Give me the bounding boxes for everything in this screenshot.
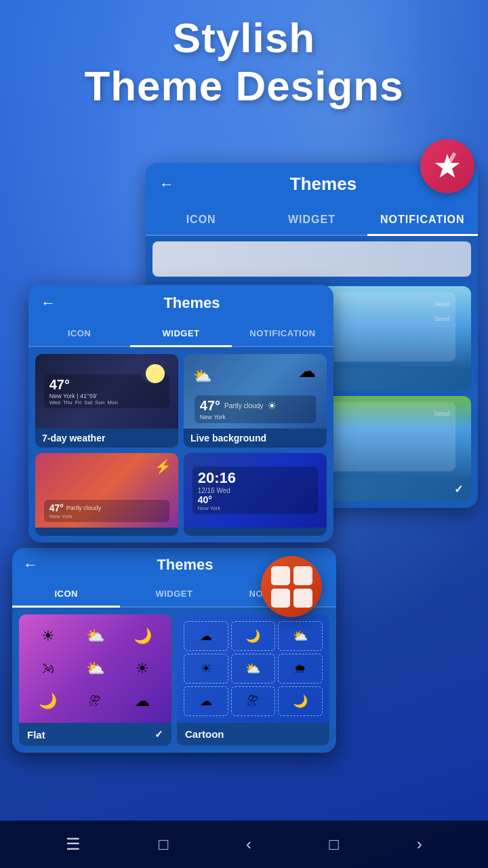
pf-card-7day-img: 47° New York | 41°59' WedThuFriSatSunMon [35, 354, 178, 429]
nav-back-icon[interactable]: ‹ [246, 835, 251, 854]
pf-card-sunset[interactable]: ⚡ 47° Partly cloudy New York [35, 453, 178, 536]
front-panel-title: Themes [62, 294, 321, 312]
pf-card-night-label [184, 528, 327, 536]
cartoon-card-label: Cartoon [177, 723, 329, 745]
back-panel-back-button[interactable]: ← [159, 176, 174, 193]
bottom-panel-cards: ☀ ⛅ 🌙 🌬 ⛅ ☀ 🌙 ⛈ ☁ Flat ✓ ☁ 🌙 ⛅ ☀ [12, 608, 336, 753]
tab-back-icon[interactable]: ICON [146, 205, 256, 235]
front-themes-panel: ← Themes ICON WIDGET NOTIFICATION 47° Ne… [28, 285, 333, 542]
flat-check: ✓ [155, 728, 163, 741]
front-panel-tabs: ICON WIDGET NOTIFICATION [28, 321, 333, 347]
bottom-panel-back-button[interactable]: ← [23, 556, 38, 574]
star-pencil-icon [432, 151, 462, 181]
pf-card-night[interactable]: 20:16 12/16 Wed 40° New York [184, 453, 327, 536]
tab-front-widget[interactable]: WIDGET [130, 321, 232, 347]
navigation-bar: ☰ □ ‹ □ › [0, 821, 488, 868]
cartoon-icon-grid: ☁ 🌙 ⛅ ☀ ⛅ 🌧 ☁ ⛈ 🌙 [177, 614, 329, 723]
nav-menu-icon[interactable]: ☰ [66, 835, 81, 854]
pf-mini-weather-4: 20:16 12/16 Wed 40° New York [192, 467, 319, 514]
front-panel-back-button[interactable]: ← [41, 294, 56, 312]
pf-card-live-img: ☁ ⛅ 47° Partly cloudy ☀ New York [184, 354, 327, 429]
front-panel-grid: 47° New York | 41°59' WedThuFriSatSunMon… [28, 347, 333, 542]
front-panel-header: ← Themes [28, 285, 333, 321]
tab-back-widget[interactable]: WIDGET [256, 205, 367, 235]
fab-button[interactable] [261, 556, 322, 617]
hourly-check: ✓ [454, 483, 463, 496]
nav-forward-icon[interactable]: › [417, 835, 422, 854]
back-panel-tabs: ICON WIDGET NOTIFICATION [146, 205, 478, 236]
pf-card-live[interactable]: ☁ ⛅ 47° Partly cloudy ☀ New York Live ba… [184, 354, 327, 448]
tab-back-notification[interactable]: NOTIFICATION [367, 205, 478, 236]
flat-card-label: Flat ✓ [19, 723, 171, 746]
pf-card-sunset-label [35, 528, 178, 536]
tab-front-icon[interactable]: ICON [28, 321, 130, 346]
nav-square-icon[interactable]: □ [329, 835, 340, 854]
pf-card-7day-label: 7-day weather [35, 429, 178, 448]
tab-bottom-icon[interactable]: ICON [12, 582, 120, 608]
main-title: Stylish Theme Designs [0, 14, 488, 111]
pf-card-7day[interactable]: 47° New York | 41°59' WedThuFriSatSunMon… [35, 354, 178, 448]
tab-bottom-widget[interactable]: WIDGET [120, 582, 228, 606]
flat-icon-grid: ☀ ⛅ 🌙 🌬 ⛅ ☀ 🌙 ⛈ ☁ [19, 614, 171, 723]
nav-home-icon[interactable]: □ [159, 835, 169, 854]
moon-icon [146, 364, 165, 383]
badge-icon[interactable] [420, 139, 474, 193]
pf-card-night-img: 20:16 12/16 Wed 40° New York [184, 453, 327, 528]
pf-card-live-label: Live background [184, 429, 327, 448]
pf-card-sunset-img: ⚡ 47° Partly cloudy New York [35, 453, 178, 528]
fab-grid-icon [268, 564, 315, 610]
pf-mini-weather-2: 47° Partly cloudy ☀ New York [195, 395, 316, 423]
icon-card-cartoon[interactable]: ☁ 🌙 ⛅ ☀ ⛅ 🌧 ☁ ⛈ 🌙 Cartoon [177, 614, 329, 746]
tab-front-notification[interactable]: NOTIFICATION [232, 321, 333, 346]
pf-mini-weather-3: 47° Partly cloudy New York [44, 500, 170, 522]
icon-card-flat[interactable]: ☀ ⛅ 🌙 🌬 ⛅ ☀ 🌙 ⛈ ☁ Flat ✓ [19, 614, 171, 746]
